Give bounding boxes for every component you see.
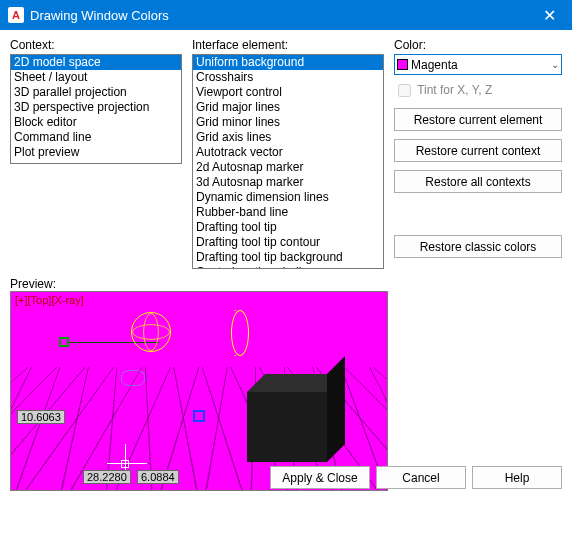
context-item[interactable]: 3D perspective projection [11, 100, 181, 115]
preview-label: Preview: [10, 277, 562, 291]
restore-classic-colors-button[interactable]: Restore classic colors [394, 235, 562, 258]
context-item[interactable]: Command line [11, 130, 181, 145]
apply-close-button[interactable]: Apply & Close [270, 466, 370, 489]
context-listbox[interactable]: 2D model spaceSheet / layout3D parallel … [10, 54, 182, 164]
context-label: Context: [10, 38, 182, 52]
preview-tooltip-3: 6.0884 [137, 470, 179, 484]
preview-cube [247, 392, 327, 462]
element-item[interactable]: Drafting tool tip contour [193, 235, 383, 250]
preview-pane: [+][Top][X-ray] 10.6063 28.2280 6.0884 [10, 291, 388, 491]
context-item[interactable]: Block editor [11, 115, 181, 130]
element-item[interactable]: 2d Autosnap marker [193, 160, 383, 175]
element-item[interactable]: Rubber-band line [193, 205, 383, 220]
element-item[interactable]: 3d Autosnap marker [193, 175, 383, 190]
app-icon: A [8, 7, 24, 23]
preview-teapot-wire [121, 370, 145, 386]
element-item[interactable]: Dynamic dimension lines [193, 190, 383, 205]
preview-crosshair-box [121, 460, 129, 468]
close-button[interactable]: ✕ [527, 0, 572, 30]
interface-element-label: Interface element: [192, 38, 384, 52]
preview-tooltip-1: 10.6063 [17, 410, 65, 424]
preview-pick-box [193, 410, 205, 422]
chevron-down-icon: ⌄ [551, 59, 559, 70]
element-item[interactable]: Crosshairs [193, 70, 383, 85]
preview-autosnap-marker [59, 337, 69, 347]
color-label: Color: [394, 38, 562, 52]
element-item[interactable]: Grid major lines [193, 100, 383, 115]
restore-current-context-button[interactable]: Restore current context [394, 139, 562, 162]
preview-cone-wire [181, 310, 236, 354]
color-select[interactable]: Magenta ⌄ [394, 54, 562, 75]
element-item[interactable]: Grid minor lines [193, 115, 383, 130]
context-item[interactable]: 3D parallel projection [11, 85, 181, 100]
element-item[interactable]: Uniform background [193, 55, 383, 70]
element-item[interactable]: Grid axis lines [193, 130, 383, 145]
element-item[interactable]: Drafting tool tip background [193, 250, 383, 265]
element-item[interactable]: Autotrack vector [193, 145, 383, 160]
element-item[interactable]: Control vertices hull [193, 265, 383, 269]
restore-all-contexts-button[interactable]: Restore all contexts [394, 170, 562, 193]
preview-sphere-wire [131, 312, 171, 352]
title-bar: A Drawing Window Colors ✕ [0, 0, 572, 30]
context-item[interactable]: Plot preview [11, 145, 181, 160]
context-item[interactable]: 2D model space [11, 55, 181, 70]
element-item[interactable]: Drafting tool tip [193, 220, 383, 235]
restore-current-element-button[interactable]: Restore current element [394, 108, 562, 131]
window-title: Drawing Window Colors [30, 8, 527, 23]
context-item[interactable]: Sheet / layout [11, 70, 181, 85]
tint-label: Tint for X, Y, Z [417, 83, 492, 97]
interface-element-listbox[interactable]: Uniform backgroundCrosshairsViewport con… [192, 54, 384, 269]
tint-checkbox [398, 84, 411, 97]
preview-viewport-control: [+][Top][X-ray] [15, 294, 84, 306]
color-select-value: Magenta [411, 58, 551, 72]
element-item[interactable]: Viewport control [193, 85, 383, 100]
cancel-button[interactable]: Cancel [376, 466, 466, 489]
color-swatch-icon [397, 59, 408, 70]
help-button[interactable]: Help [472, 466, 562, 489]
preview-tooltip-2: 28.2280 [83, 470, 131, 484]
